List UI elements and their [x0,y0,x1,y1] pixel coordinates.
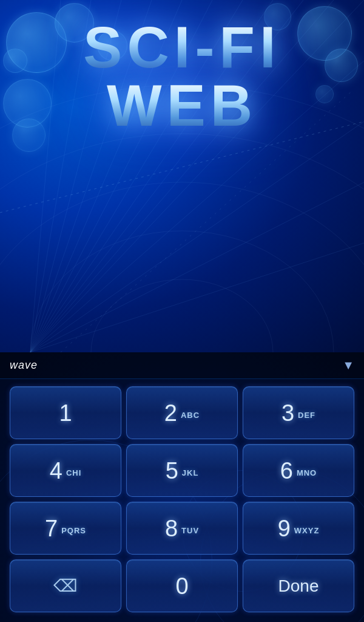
key-6-button[interactable]: 6 MNO [243,444,354,497]
key-9-number: 9 [278,517,291,540]
key-4-content: 4 CHI [50,459,82,482]
key-0-button[interactable]: 0 [126,559,238,612]
key-3-letters: DEF [298,411,315,420]
key-0-number: 0 [175,575,188,598]
key-6-letters: MNO [297,468,317,477]
key-2-number: 2 [164,402,177,425]
key-5-content: 5 JKL [166,459,199,482]
key-6-content: 6 MNO [280,459,317,482]
backspace-icon: ⌫ [53,576,78,596]
wave-label: wave [10,359,38,372]
key-9-letters: WXYZ [294,526,320,535]
key-1-button[interactable]: 1 [10,386,121,439]
key-2-button[interactable]: 2 ABC [126,386,238,439]
svg-line-14 [30,243,364,352]
key-4-letters: CHI [66,468,81,477]
top-background: SCI-FI WEB [0,0,364,352]
keypad: 1 2 ABC 3 DEF 4 CHI [0,379,364,622]
svg-point-18 [0,134,364,352]
key-5-letters: JKL [182,468,199,477]
key-7-letters: PQRS [61,526,86,535]
key-3-content: 3 DEF [281,402,315,425]
key-3-number: 3 [281,402,294,425]
key-4-button[interactable]: 4 CHI [10,444,121,497]
key-5-button[interactable]: 5 JKL [126,444,238,497]
key-6-number: 6 [280,459,293,482]
key-1-number: 1 [59,402,72,425]
key-done-button[interactable]: Done [243,559,354,612]
chevron-down-icon[interactable]: ▼ [342,358,354,372]
key-9-content: 9 WXYZ [278,517,320,540]
wave-bar: wave ▼ [0,352,364,379]
key-backspace-button[interactable]: ⌫ [10,559,121,612]
key-1-content: 1 [59,402,72,425]
key-8-letters: TUV [181,526,199,535]
svg-point-15 [91,279,273,352]
key-4-number: 4 [50,459,62,482]
key-2-content: 2 ABC [164,402,200,425]
svg-line-13 [30,182,364,352]
key-0-content: 0 [175,575,188,598]
key-3-button[interactable]: 3 DEF [243,386,354,439]
title-text-line2: WEB [0,77,364,135]
key-done-label: Done [278,578,319,595]
key-5-number: 5 [166,459,178,482]
key-2-letters: ABC [181,411,200,420]
title-text: SCI-FI [0,18,364,77]
key-9-button[interactable]: 9 WXYZ [243,502,354,555]
key-7-button[interactable]: 7 PQRS [10,502,121,555]
svg-point-16 [30,231,334,352]
key-8-button[interactable]: 8 TUV [126,502,238,555]
svg-line-12 [30,121,364,352]
key-8-number: 8 [165,517,178,540]
app-title: SCI-FI WEB [0,18,364,135]
keyboard-area: wave ▼ 1 2 ABC 3 DEF [0,352,364,622]
key-7-content: 7 PQRS [45,517,86,540]
key-8-content: 8 TUV [165,517,199,540]
app: SCI-FI WEB wave ▼ 1 2 ABC [0,0,364,622]
key-7-number: 7 [45,517,58,540]
